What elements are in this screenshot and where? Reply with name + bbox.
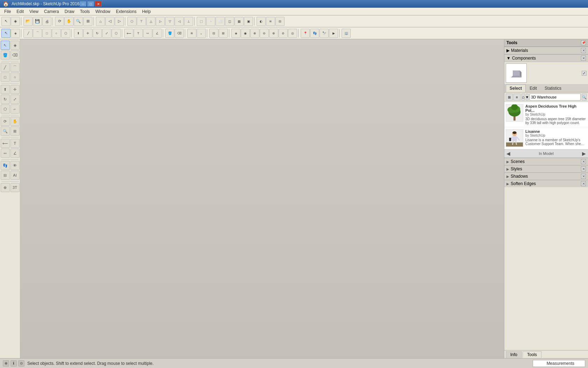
nav-back[interactable]: ◀ [506, 151, 510, 156]
menu-view[interactable]: View [27, 8, 41, 15]
tb2-select-arrow[interactable]: ↖ [1, 29, 10, 38]
ai-tool[interactable]: AI [10, 171, 20, 180]
viewport[interactable]: ▲ [20, 39, 504, 358]
axes-tool[interactable]: ⊕ [1, 183, 10, 192]
warehouse-search[interactable] [530, 94, 581, 101]
section-plane-tool[interactable]: ⊟ [1, 171, 10, 180]
tb-zoom-ext[interactable]: ⊞ [83, 17, 92, 26]
text-tool[interactable]: T [10, 139, 20, 148]
tb-component[interactable]: ◈ [11, 17, 20, 26]
tb2-animate[interactable]: ▶ [329, 29, 338, 38]
tb-x-ray[interactable]: ⬚ [197, 17, 206, 26]
line-tool[interactable]: ╱ [1, 63, 10, 72]
tab-select[interactable]: Select [506, 84, 526, 92]
tb-save[interactable]: 💾 [33, 17, 42, 26]
3d-text-tool[interactable]: 3T [10, 183, 20, 192]
shadows-close[interactable]: ✕ [581, 174, 586, 179]
tb-top[interactable]: ⊤ [137, 17, 146, 26]
tools-pin[interactable]: 📌 [581, 40, 586, 45]
tb2-solid-tools4[interactable]: ⊖ [260, 29, 269, 38]
tb-orbit[interactable]: ⟳ [55, 17, 64, 26]
maximize-button[interactable]: □ [87, 1, 94, 7]
tb2-section2[interactable]: ⊞ [219, 29, 228, 38]
tb2-offset[interactable]: ⬡ [112, 29, 121, 38]
tb-shadow[interactable]: ◐ [257, 17, 266, 26]
minimize-button[interactable]: ─ [79, 1, 86, 7]
materials-header[interactable]: ▶ Materials ✕ [504, 47, 588, 54]
close-button[interactable]: ✕ [95, 1, 102, 7]
tb2-circle[interactable]: ○ [52, 29, 61, 38]
tb-left[interactable]: ◁ [175, 17, 184, 26]
view-grid-btn[interactable]: ⊞ [506, 94, 513, 101]
measurements-box[interactable]: Measurements [533, 360, 585, 367]
tb-home-view[interactable]: ⌂ [96, 17, 105, 26]
home-button[interactable]: ⌂ [522, 94, 525, 101]
look-tool[interactable]: 👁 [10, 161, 20, 170]
push-pull-tool[interactable]: ⬆ [1, 85, 10, 94]
search-button[interactable]: 🔍 [582, 94, 587, 101]
menu-draw[interactable]: Draw [62, 8, 77, 15]
tb-zoom[interactable]: 🔍 [74, 17, 83, 26]
zoom-tool[interactable]: 🔍 [1, 127, 10, 136]
tb-fog[interactable]: ≋ [266, 17, 275, 26]
nav-forward[interactable]: ▶ [582, 151, 586, 156]
tb2-polygon[interactable]: ⬡ [61, 29, 70, 38]
paint-tool[interactable]: 🪣 [1, 50, 10, 60]
tb2-dim[interactable]: ⇿ [143, 29, 152, 38]
orbit-tool[interactable]: ⟳ [1, 117, 10, 126]
tb-prev-view[interactable]: ◁ [105, 17, 114, 26]
tb2-protractor[interactable]: ∠ [153, 29, 162, 38]
tb-select[interactable]: ↖ [1, 17, 10, 26]
component-tool[interactable]: ◈ [10, 41, 20, 50]
tb-wireframe[interactable]: ⬞ [206, 17, 215, 26]
view-list-btn[interactable]: ≡ [513, 94, 520, 101]
tb2-geo-loc[interactable]: 📍 [301, 29, 310, 38]
tb2-rectangle[interactable]: □ [42, 29, 51, 38]
select-tool[interactable]: ↖ [1, 41, 10, 50]
tb2-text[interactable]: T [134, 29, 143, 38]
tb-front[interactable]: △ [146, 17, 155, 26]
menu-camera[interactable]: Camera [41, 8, 62, 15]
followme-tool[interactable]: ⌐ [10, 104, 20, 114]
tb-perspective[interactable]: ⬡ [127, 17, 136, 26]
comp-expand-btn[interactable]: ⤢ [582, 71, 587, 76]
rectangle-tool[interactable]: □ [1, 73, 10, 82]
tab-tools-bottom[interactable]: Tools [523, 351, 541, 358]
tb2-line[interactable]: ╱ [23, 29, 33, 38]
status-icon-3[interactable]: ⊙ [18, 360, 24, 367]
scale-tool[interactable]: ⤢ [10, 95, 20, 104]
tb-textured[interactable]: ▦ [234, 17, 244, 26]
tb2-solid-tools6[interactable]: ⊘ [279, 29, 288, 38]
tb2-solid-tools7[interactable]: ◎ [288, 29, 297, 38]
shadows-header[interactable]: ▶ Shadows ✕ [504, 173, 588, 180]
tape-tool[interactable]: ⟵ [1, 139, 10, 148]
tb-mono[interactable]: ▣ [244, 17, 253, 26]
tb2-paint[interactable]: 🪣 [165, 29, 174, 38]
tb2-scale[interactable]: ⤢ [102, 29, 111, 38]
materials-close[interactable]: ✕ [581, 48, 586, 53]
components-header[interactable]: ▼ Components ✕ [504, 55, 588, 62]
tb2-section[interactable]: ⊟ [209, 29, 218, 38]
circle-tool[interactable]: ○ [10, 73, 20, 82]
menu-help[interactable]: Help [139, 8, 154, 15]
styles-close[interactable]: ✕ [581, 166, 586, 171]
menu-file[interactable]: File [1, 8, 14, 15]
tb-hidden[interactable]: ⬜ [216, 17, 225, 26]
tb2-arc[interactable]: ⌒ [33, 29, 42, 38]
menu-window[interactable]: Window [93, 8, 113, 15]
tb2-walk[interactable]: 👣 [310, 29, 319, 38]
components-close[interactable]: ✕ [581, 56, 586, 61]
tb2-move[interactable]: ✛ [83, 29, 92, 38]
tab-info[interactable]: Info [506, 351, 522, 358]
component-item-aspen[interactable]: Aspen Deciduous Tree High Pol... by Sket… [504, 102, 588, 127]
arc-tool[interactable]: ⌒ [10, 63, 20, 72]
tb2-eraser[interactable]: ⌫ [175, 29, 184, 38]
rotate-tool[interactable]: ↻ [1, 95, 10, 104]
tb2-preview[interactable]: 🔭 [320, 29, 329, 38]
tb2-tape[interactable]: ⟵ [124, 29, 133, 38]
tb2-solid-tools3[interactable]: ⊕ [250, 29, 259, 38]
tb2-rotate[interactable]: ↻ [93, 29, 102, 38]
tb-open[interactable]: 📂 [23, 17, 33, 26]
tb-print[interactable]: 🖨 [42, 17, 51, 26]
tb2-warehouse[interactable]: 🏢 [342, 29, 351, 38]
